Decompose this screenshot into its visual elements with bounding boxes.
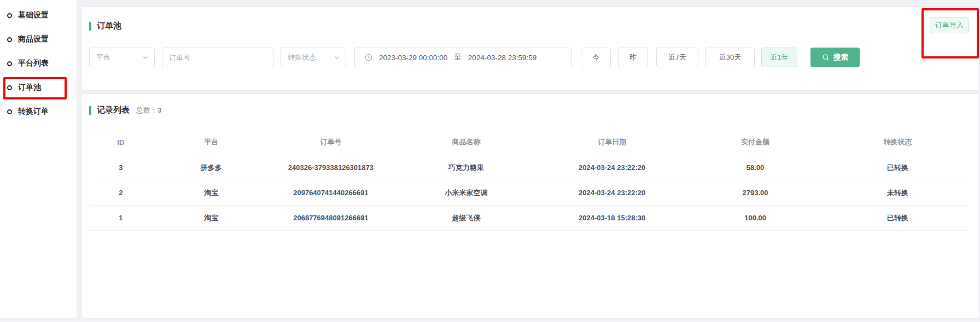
convert-status-select[interactable]: 转换状态 — [281, 48, 346, 67]
cell-order-no: 2097640741440266691 — [270, 180, 392, 206]
order-no-field-wrap — [162, 48, 273, 67]
order-import-button[interactable]: 订单导入 — [930, 17, 969, 33]
sidebar-item-label: 商品设置 — [18, 34, 49, 44]
cell-id: 1 — [89, 206, 153, 231]
cell-platform: 淘宝 — [153, 180, 270, 206]
circle-icon — [7, 109, 12, 114]
column-header: 实付金额 — [683, 130, 827, 155]
table-row: 2淘宝2097640741440266691小米米家空调2024-03-24 2… — [89, 180, 968, 206]
quick-filter-today[interactable]: 今 — [581, 48, 611, 67]
quick-filter-last-7-days[interactable]: 近7天 — [656, 48, 698, 67]
sidebar-item-order-pool[interactable]: 订单池 — [0, 75, 77, 99]
date-separator: 至 — [454, 52, 462, 62]
cell-status: 已转换 — [827, 206, 968, 231]
sidebar-item-label: 平台列表 — [18, 58, 49, 68]
column-header: 商品名称 — [392, 130, 541, 155]
chevron-down-icon — [142, 54, 149, 61]
cell-product: 超级飞侠 — [392, 206, 541, 231]
cell-date: 2024-03-24 23:22:20 — [541, 180, 683, 206]
sidebar-item-label: 转换订单 — [18, 107, 49, 116]
column-header: 订单日期 — [541, 130, 683, 155]
column-header: 平台 — [153, 130, 270, 155]
record-total-value: 3 — [158, 106, 161, 114]
sidebar-item-label: 基础设置 — [18, 10, 49, 20]
cell-product: 小米米家空调 — [392, 180, 541, 206]
circle-icon — [7, 13, 12, 18]
cell-date: 2024-03-24 23:22:20 — [541, 155, 683, 180]
sidebar-item-label: 订单池 — [18, 83, 41, 92]
section-accent-bar — [89, 106, 91, 115]
circle-icon — [7, 37, 12, 42]
cell-platform: 淘宝 — [153, 206, 270, 231]
cell-date: 2024-03-18 15:28:30 — [541, 206, 683, 231]
circle-icon — [7, 61, 12, 66]
record-list-title-row: 记录列表 总数：3 — [82, 105, 161, 115]
order-pool-panel: 订单池 订单导入 平台 转换状态 2023-03-29 00:00:00 至 2… — [82, 7, 979, 90]
records-table: ID平台订单号商品名称订单日期实付金额转换状态 3拼多多240326-37933… — [89, 130, 968, 231]
table-header-row: ID平台订单号商品名称订单日期实付金额转换状态 — [89, 130, 968, 155]
section-accent-bar — [89, 22, 91, 31]
record-list-panel: 记录列表 总数：3 ID平台订单号商品名称订单日期实付金额转换状态 3拼多多24… — [82, 94, 979, 318]
page-title-row: 订单池 — [82, 21, 121, 31]
quick-filter-yesterday[interactable]: 昨 — [618, 48, 648, 67]
record-total: 总数：3 — [136, 106, 161, 115]
clock-icon — [365, 54, 372, 61]
platform-select-placeholder: 平台 — [96, 52, 110, 62]
column-header: 订单号 — [270, 130, 392, 155]
cell-id: 2 — [89, 180, 153, 206]
cell-order-no: 2068776948091266691 — [270, 206, 392, 231]
page-title: 订单池 — [97, 21, 121, 31]
table-row: 3拼多多240326-379338126301873巧克力糖果2024-03-2… — [89, 155, 968, 180]
sidebar-item-platform-list[interactable]: 平台列表 — [0, 51, 77, 75]
record-total-label: 总数： — [136, 106, 158, 114]
cell-amount: 2793.00 — [683, 180, 827, 206]
sidebar-item-basic-settings[interactable]: 基础设置 — [0, 3, 77, 27]
cell-status: 未转换 — [827, 180, 968, 206]
date-start-value: 2023-03-29 00:00:00 — [379, 54, 447, 62]
cell-platform: 拼多多 — [153, 155, 270, 180]
cell-amount: 100.00 — [683, 206, 827, 231]
table-row: 1淘宝2068776948091266691超级飞侠2024-03-18 15:… — [89, 206, 968, 231]
sidebar-item-product-settings[interactable]: 商品设置 — [0, 27, 77, 51]
order-no-input[interactable] — [169, 54, 266, 62]
quick-filter-last-1-year[interactable]: 近1年 — [761, 48, 797, 67]
convert-status-placeholder: 转换状态 — [288, 52, 316, 62]
cell-id: 3 — [89, 155, 153, 180]
sidebar-item-convert-orders[interactable]: 转换订单 — [0, 99, 77, 124]
cell-order-no: 240326-379338126301873 — [270, 155, 392, 180]
sidebar: 基础设置商品设置平台列表订单池转换订单 — [0, 0, 77, 318]
date-end-value: 2024-03-28 23:59:59 — [468, 54, 536, 62]
search-icon — [822, 54, 830, 61]
circle-icon — [7, 85, 12, 90]
quick-filter-last-30-days[interactable]: 近30天 — [705, 48, 755, 67]
record-list-title: 记录列表 — [97, 105, 130, 115]
platform-select[interactable]: 平台 — [89, 48, 155, 67]
column-header: 转换状态 — [827, 130, 968, 155]
cell-amount: 58.00 — [683, 155, 827, 180]
filter-bar: 平台 转换状态 2023-03-29 00:00:00 至 2024-03-28… — [89, 48, 860, 67]
search-button-label: 搜索 — [833, 52, 848, 62]
cell-product: 巧克力糖果 — [392, 155, 541, 180]
date-range-picker[interactable]: 2023-03-29 00:00:00 至 2024-03-28 23:59:5… — [354, 48, 572, 67]
cell-status: 已转换 — [827, 155, 968, 180]
column-header: ID — [89, 130, 153, 155]
chevron-down-icon — [334, 54, 340, 61]
search-button[interactable]: 搜索 — [810, 48, 860, 67]
